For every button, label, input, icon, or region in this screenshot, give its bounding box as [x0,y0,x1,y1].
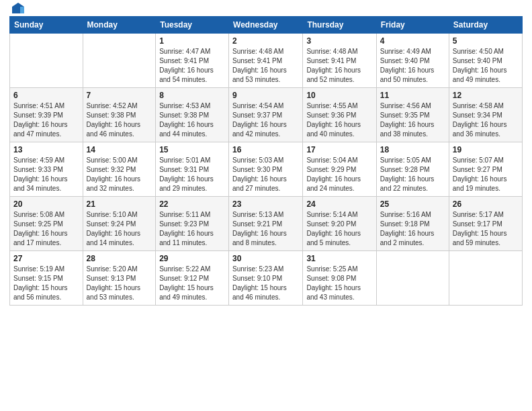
day-info: Sunrise: 5:01 AM Sunset: 9:31 PM Dayligh… [159,156,225,193]
day-number: 28 [87,254,152,263]
day-number: 14 [87,145,152,154]
day-number: 13 [13,145,79,154]
day-info: Sunrise: 4:56 AM Sunset: 9:35 PM Dayligh… [380,101,445,139]
day-number: 3 [306,36,372,46]
calendar-week-2: 6Sunrise: 4:51 AM Sunset: 9:39 PM Daylig… [10,88,523,142]
day-info: Sunrise: 5:07 AM Sunset: 9:27 PM Dayligh… [453,156,519,193]
day-info: Sunrise: 5:22 AM Sunset: 9:12 PM Dayligh… [159,265,225,302]
day-info: Sunrise: 4:50 AM Sunset: 9:40 PM Dayligh… [453,47,519,85]
day-number: 31 [306,254,372,263]
day-number: 11 [380,91,445,100]
calendar-table: SundayMondayTuesdayWednesdayThursdayFrid… [9,16,523,306]
day-number: 2 [232,36,299,46]
calendar-cell: 7Sunrise: 4:52 AM Sunset: 9:38 PM Daylig… [83,88,156,142]
day-info: Sunrise: 5:08 AM Sunset: 9:25 PM Dayligh… [13,210,79,248]
calendar-cell: 3Sunrise: 4:48 AM Sunset: 9:41 PM Daylig… [303,34,376,88]
day-info: Sunrise: 4:54 AM Sunset: 9:37 PM Dayligh… [232,101,299,139]
day-info: Sunrise: 5:14 AM Sunset: 9:20 PM Dayligh… [306,210,372,248]
day-number: 12 [453,91,519,100]
day-info: Sunrise: 5:17 AM Sunset: 9:17 PM Dayligh… [453,210,519,248]
calendar-cell: 28Sunrise: 5:20 AM Sunset: 9:13 PM Dayli… [83,251,156,306]
day-info: Sunrise: 4:53 AM Sunset: 9:38 PM Dayligh… [159,101,225,139]
weekday-header-sunday: Sunday [10,17,83,34]
calendar-cell: 1Sunrise: 4:47 AM Sunset: 9:41 PM Daylig… [156,34,229,88]
calendar-week-5: 27Sunrise: 5:19 AM Sunset: 9:15 PM Dayli… [10,251,523,306]
calendar-week-4: 20Sunrise: 5:08 AM Sunset: 9:25 PM Dayli… [10,197,523,251]
calendar-week-3: 13Sunrise: 4:59 AM Sunset: 9:33 PM Dayli… [10,142,523,197]
weekday-header-tuesday: Tuesday [156,17,229,34]
day-info: Sunrise: 5:00 AM Sunset: 9:32 PM Dayligh… [87,156,152,193]
calendar-cell: 23Sunrise: 5:13 AM Sunset: 9:21 PM Dayli… [229,197,303,251]
day-number: 22 [159,199,225,209]
svg-marker-1 [20,7,24,13]
logo [9,7,26,12]
calendar-cell [449,251,522,306]
logo-icon [11,1,26,16]
day-number: 8 [159,91,225,100]
day-number: 5 [453,36,519,46]
calendar-cell: 8Sunrise: 4:53 AM Sunset: 9:38 PM Daylig… [156,88,229,142]
day-number: 1 [159,36,225,46]
calendar-cell: 13Sunrise: 4:59 AM Sunset: 9:33 PM Dayli… [10,142,83,197]
day-info: Sunrise: 5:19 AM Sunset: 9:15 PM Dayligh… [13,265,79,302]
calendar-cell: 2Sunrise: 4:48 AM Sunset: 9:41 PM Daylig… [229,34,303,88]
calendar-cell: 25Sunrise: 5:16 AM Sunset: 9:18 PM Dayli… [376,197,449,251]
calendar-cell: 24Sunrise: 5:14 AM Sunset: 9:20 PM Dayli… [303,197,376,251]
day-info: Sunrise: 5:23 AM Sunset: 9:10 PM Dayligh… [232,265,299,302]
day-number: 25 [380,199,445,209]
page: SundayMondayTuesdayWednesdayThursdayFrid… [0,0,532,411]
day-info: Sunrise: 5:11 AM Sunset: 9:23 PM Dayligh… [159,210,225,248]
day-number: 17 [306,145,372,154]
calendar-cell: 30Sunrise: 5:23 AM Sunset: 9:10 PM Dayli… [229,251,303,306]
calendar-cell: 5Sunrise: 4:50 AM Sunset: 9:40 PM Daylig… [449,34,522,88]
calendar-cell [376,251,449,306]
day-number: 7 [87,91,152,100]
weekday-header-friday: Friday [376,17,449,34]
day-info: Sunrise: 5:04 AM Sunset: 9:29 PM Dayligh… [306,156,372,193]
calendar-cell: 17Sunrise: 5:04 AM Sunset: 9:29 PM Dayli… [303,142,376,197]
day-number: 19 [453,145,519,154]
day-number: 20 [13,199,79,209]
day-info: Sunrise: 5:03 AM Sunset: 9:30 PM Dayligh… [232,156,299,193]
day-info: Sunrise: 4:48 AM Sunset: 9:41 PM Dayligh… [306,47,372,85]
day-info: Sunrise: 5:13 AM Sunset: 9:21 PM Dayligh… [232,210,299,248]
day-number: 4 [380,36,445,46]
calendar-cell: 29Sunrise: 5:22 AM Sunset: 9:12 PM Dayli… [156,251,229,306]
day-number: 30 [232,254,299,263]
day-info: Sunrise: 5:10 AM Sunset: 9:24 PM Dayligh… [87,210,152,248]
day-info: Sunrise: 4:49 AM Sunset: 9:40 PM Dayligh… [380,47,445,85]
calendar-week-1: 1Sunrise: 4:47 AM Sunset: 9:41 PM Daylig… [10,34,523,88]
weekday-header-thursday: Thursday [303,17,376,34]
calendar-cell: 16Sunrise: 5:03 AM Sunset: 9:30 PM Dayli… [229,142,303,197]
calendar-cell: 12Sunrise: 4:58 AM Sunset: 9:34 PM Dayli… [449,88,522,142]
calendar-cell: 27Sunrise: 5:19 AM Sunset: 9:15 PM Dayli… [10,251,83,306]
day-number: 27 [13,254,79,263]
calendar-cell: 20Sunrise: 5:08 AM Sunset: 9:25 PM Dayli… [10,197,83,251]
weekday-header-saturday: Saturday [449,17,522,34]
calendar-cell: 14Sunrise: 5:00 AM Sunset: 9:32 PM Dayli… [83,142,156,197]
calendar-cell: 18Sunrise: 5:05 AM Sunset: 9:28 PM Dayli… [376,142,449,197]
day-info: Sunrise: 4:59 AM Sunset: 9:33 PM Dayligh… [13,156,79,193]
calendar-cell: 19Sunrise: 5:07 AM Sunset: 9:27 PM Dayli… [449,142,522,197]
day-info: Sunrise: 4:47 AM Sunset: 9:41 PM Dayligh… [159,47,225,85]
calendar-cell: 15Sunrise: 5:01 AM Sunset: 9:31 PM Dayli… [156,142,229,197]
day-info: Sunrise: 4:48 AM Sunset: 9:41 PM Dayligh… [232,47,299,85]
calendar-cell: 11Sunrise: 4:56 AM Sunset: 9:35 PM Dayli… [376,88,449,142]
day-number: 29 [159,254,225,263]
day-info: Sunrise: 5:25 AM Sunset: 9:08 PM Dayligh… [306,265,372,302]
day-info: Sunrise: 5:20 AM Sunset: 9:13 PM Dayligh… [87,265,152,302]
weekday-header-row: SundayMondayTuesdayWednesdayThursdayFrid… [10,17,523,34]
day-number: 26 [453,199,519,209]
day-number: 9 [232,91,299,100]
day-number: 18 [380,145,445,154]
calendar-cell [10,34,83,88]
calendar-cell: 9Sunrise: 4:54 AM Sunset: 9:37 PM Daylig… [229,88,303,142]
day-number: 16 [232,145,299,154]
calendar-cell: 4Sunrise: 4:49 AM Sunset: 9:40 PM Daylig… [376,34,449,88]
calendar-cell: 10Sunrise: 4:55 AM Sunset: 9:36 PM Dayli… [303,88,376,142]
calendar-cell: 26Sunrise: 5:17 AM Sunset: 9:17 PM Dayli… [449,197,522,251]
day-number: 21 [87,199,152,209]
day-number: 15 [159,145,225,154]
day-info: Sunrise: 4:58 AM Sunset: 9:34 PM Dayligh… [453,101,519,139]
weekday-header-wednesday: Wednesday [229,17,303,34]
